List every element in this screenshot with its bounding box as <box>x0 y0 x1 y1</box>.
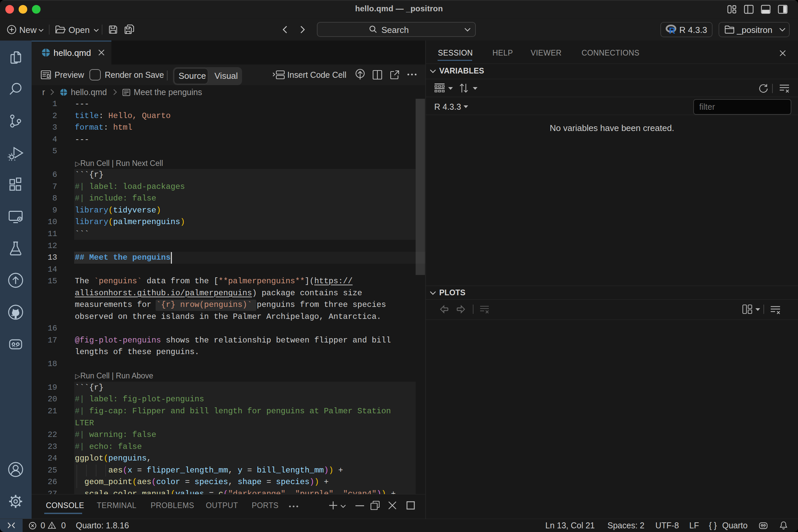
svg-text:R: R <box>669 25 675 35</box>
